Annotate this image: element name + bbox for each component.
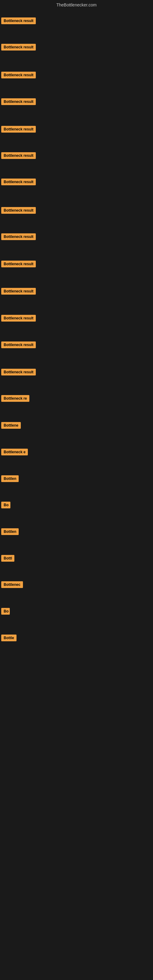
bottleneck-badge[interactable]: Bottlen [1,528,19,535]
bottleneck-badge[interactable]: Bottleneck re [1,395,29,402]
bottleneck-item: Bottleneck re [1,395,29,403]
bottleneck-item: Bottleneck result [1,342,36,350]
bottleneck-badge[interactable]: Bottlenec [1,581,23,588]
bottleneck-badge[interactable]: Bottleneck result [1,152,36,159]
bottleneck-item: Bottleneck result [1,369,36,377]
bottleneck-badge[interactable]: Bottlene [1,422,21,429]
bottleneck-badge[interactable]: Bottleneck e [1,449,28,455]
bottleneck-badge[interactable]: Bottleneck result [1,44,36,51]
bottleneck-badge[interactable]: Bottleneck result [1,233,36,240]
bottleneck-badge[interactable]: Bottleneck result [1,207,36,214]
bottleneck-item: Bottleneck result [1,207,36,215]
bottleneck-item: Bottleneck result [1,98,36,106]
bottleneck-badge[interactable]: Bottleneck result [1,72,36,78]
bottleneck-badge[interactable]: Bottleneck result [1,288,36,294]
bottleneck-badge[interactable]: Bottlen [1,475,19,482]
bottleneck-item: Bottleneck result [1,288,36,296]
bottleneck-badge[interactable]: Bottleneck result [1,178,36,185]
bottleneck-item: Bo [1,608,10,616]
bottleneck-item: Bottleneck result [1,233,36,241]
bottleneck-item: Bottleneck e [1,449,28,457]
bottleneck-badge[interactable]: Bottleneck result [1,126,36,133]
bottleneck-item: Bottleneck result [1,178,36,186]
bottleneck-item: Bottleneck result [1,44,36,52]
bottleneck-badge[interactable]: Bottleneck result [1,18,36,24]
bottleneck-item: Bottleneck result [1,72,36,80]
bottleneck-badge[interactable]: Bottleneck result [1,261,36,267]
bottleneck-item: Bottlene [1,422,21,430]
bottleneck-badge[interactable]: Bottl [1,555,14,562]
bottleneck-item: Bo [1,502,10,510]
bottleneck-item: Bottleneck result [1,261,36,269]
bottleneck-item: Bottle [1,635,16,643]
bottleneck-item: Bottleneck result [1,126,36,134]
bottleneck-item: Bottlen [1,475,19,483]
bottleneck-badge[interactable]: Bottle [1,635,16,641]
bottleneck-item: Bottleneck result [1,18,36,25]
bottleneck-item: Bottl [1,555,14,563]
site-header: TheBottlenecker.com [0,0,153,11]
bottleneck-item: Bottlen [1,528,19,536]
bottleneck-item: Bottleneck result [1,152,36,160]
bottleneck-item: Bottlenec [1,581,23,589]
bottleneck-badge[interactable]: Bo [1,502,10,508]
bottleneck-badge[interactable]: Bottleneck result [1,342,36,348]
bottleneck-badge[interactable]: Bo [1,608,10,615]
bottleneck-badge[interactable]: Bottleneck result [1,315,36,321]
site-title: TheBottlenecker.com [56,2,97,7]
bottleneck-badge[interactable]: Bottleneck result [1,98,36,105]
bottleneck-badge[interactable]: Bottleneck result [1,369,36,375]
bottleneck-item: Bottleneck result [1,315,36,323]
